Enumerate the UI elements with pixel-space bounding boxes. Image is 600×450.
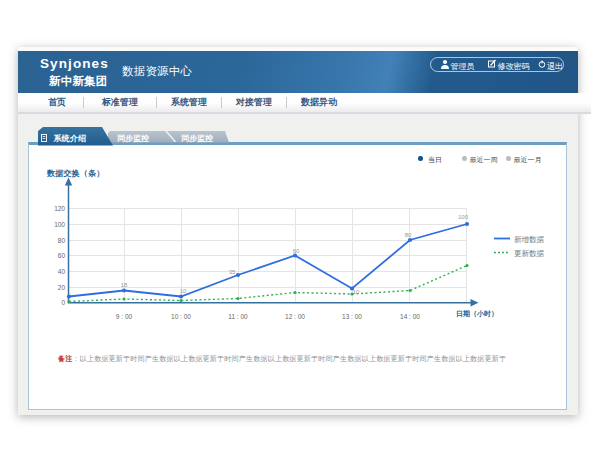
svg-text:10 : 00: 10 : 00	[171, 313, 191, 320]
svg-text:40: 40	[58, 268, 66, 275]
svg-text:18: 18	[121, 282, 128, 288]
svg-text:100: 100	[54, 221, 65, 228]
svg-text:100: 100	[458, 214, 469, 220]
svg-text:12 : 00: 12 : 00	[285, 313, 305, 320]
svg-text:60: 60	[58, 252, 66, 259]
svg-text:80: 80	[58, 237, 66, 244]
svg-text:120: 120	[54, 205, 65, 212]
svg-text:80: 80	[405, 232, 412, 238]
svg-text:13 : 00: 13 : 00	[342, 313, 362, 320]
svg-text:60: 60	[293, 248, 300, 254]
svg-text:20: 20	[58, 284, 66, 291]
svg-text:11 : 00: 11 : 00	[228, 313, 248, 320]
svg-text:14 : 00: 14 : 00	[400, 313, 420, 320]
svg-text:0: 0	[61, 299, 65, 306]
svg-text:35: 35	[229, 269, 236, 275]
svg-text:10: 10	[353, 289, 360, 295]
svg-text:9 : 00: 9 : 00	[116, 313, 133, 320]
svg-text:10: 10	[180, 288, 187, 294]
